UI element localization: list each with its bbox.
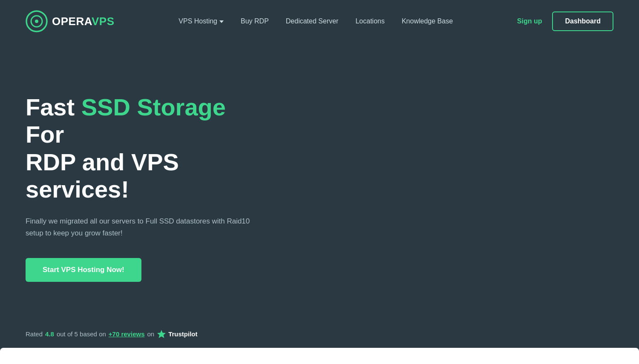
hero-title-highlight: SSD Storage	[81, 94, 226, 120]
trustpilot-label: Trustpilot	[168, 330, 197, 338]
vps-hosting-menu[interactable]: VPS Hosting	[178, 17, 224, 25]
locations-link[interactable]: Locations	[355, 17, 385, 25]
trustpilot-star-icon	[157, 329, 166, 338]
nav-links: VPS Hosting Buy RDP Dedicated Server Loc…	[178, 17, 453, 25]
hero-section: Fast SSD Storage For RDP and VPS service…	[0, 43, 290, 316]
navbar: OPERAVPS VPS Hosting Buy RDP Dedicated S…	[0, 0, 639, 43]
hero-title-suffix: For	[26, 121, 64, 148]
knowledge-base-link[interactable]: Knowledge Base	[402, 17, 453, 25]
rating-bar: Rated 4.8 out of 5 based on +70 reviews …	[26, 329, 198, 338]
chevron-down-icon	[219, 20, 224, 23]
hero-title: Fast SSD Storage For RDP and VPS service…	[26, 94, 264, 203]
reviews-link[interactable]: +70 reviews	[109, 330, 145, 338]
logo-icon	[26, 10, 48, 32]
rating-score: 4.8	[45, 330, 54, 338]
vps-hosting-label: VPS Hosting	[178, 17, 217, 25]
rating-middle: out of 5 based on	[57, 330, 106, 338]
rating-prefix: Rated	[26, 330, 43, 338]
hero-title-prefix: Fast	[26, 94, 81, 120]
nav-actions: Sign up Dashboard	[517, 11, 613, 31]
bottom-section	[0, 348, 639, 364]
rating-suffix: on	[147, 330, 154, 338]
hero-title-line2: RDP and VPS services!	[26, 149, 179, 203]
svg-marker-3	[157, 330, 166, 338]
dashboard-button[interactable]: Dashboard	[552, 11, 613, 31]
trustpilot-badge: Trustpilot	[157, 329, 197, 338]
dedicated-server-link[interactable]: Dedicated Server	[286, 17, 339, 25]
logo-text: OPERAVPS	[52, 15, 115, 28]
cta-button[interactable]: Start VPS Hosting Now!	[26, 258, 141, 282]
logo-link[interactable]: OPERAVPS	[26, 10, 115, 32]
buy-rdp-link[interactable]: Buy RDP	[241, 17, 269, 25]
svg-point-2	[35, 20, 38, 23]
signup-link[interactable]: Sign up	[517, 17, 542, 25]
hero-description: Finally we migrated all our servers to F…	[26, 215, 256, 239]
